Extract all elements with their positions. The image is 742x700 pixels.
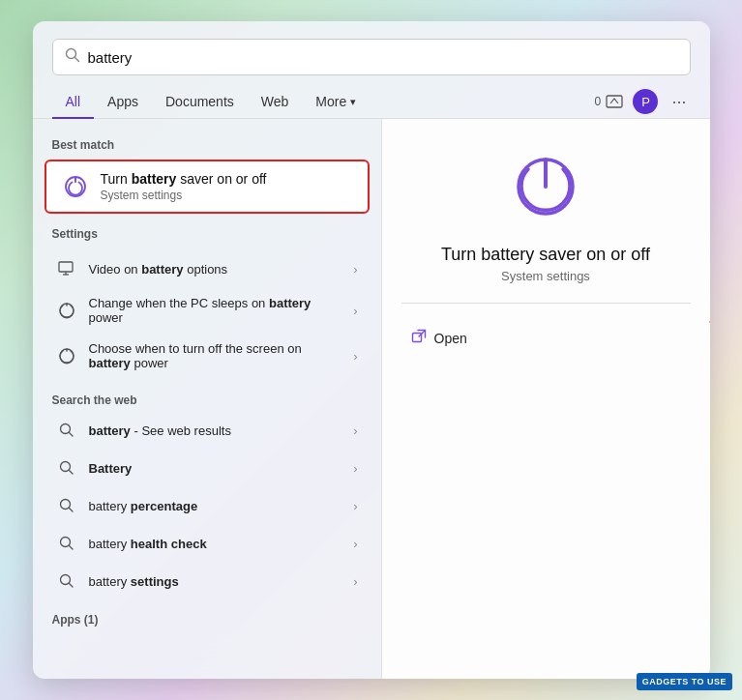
web-search-icon xyxy=(56,457,77,479)
svg-point-14 xyxy=(60,462,70,472)
tab-documents[interactable]: Documents xyxy=(152,86,248,119)
list-item[interactable]: Choose when to turn off the screen on ba… xyxy=(41,334,373,378)
best-match-text: Turn battery saver on or off System sett… xyxy=(101,171,352,202)
power-sleep-icon xyxy=(56,300,77,321)
chevron-right-icon: › xyxy=(353,574,357,589)
svg-point-12 xyxy=(60,424,70,434)
power-icon-large xyxy=(507,148,584,229)
best-match-subtitle: System settings xyxy=(101,189,352,202)
watermark: GADGETS TO USE xyxy=(637,673,732,690)
divider xyxy=(401,303,691,304)
svg-point-16 xyxy=(60,500,70,510)
chevron-right-icon: › xyxy=(353,349,357,364)
list-item[interactable]: battery settings › xyxy=(41,563,373,599)
chevron-right-icon: › xyxy=(353,499,357,513)
web-search-icon xyxy=(56,420,77,441)
best-match-title: Turn battery saver on or off xyxy=(101,171,352,187)
svg-line-19 xyxy=(69,546,73,550)
list-item-text: battery health check xyxy=(89,537,342,551)
left-panel: Best match Turn battery saver on or off xyxy=(33,119,381,679)
list-item-text: battery settings xyxy=(89,574,342,589)
tabs-row: All Apps Documents Web More ▾ 0 P ··· xyxy=(33,85,710,119)
chevron-right-icon: › xyxy=(353,304,357,318)
svg-line-13 xyxy=(69,433,73,437)
list-item[interactable]: battery - See web results › xyxy=(41,412,373,449)
list-item[interactable]: battery health check › xyxy=(41,525,373,562)
monitor-battery-icon xyxy=(56,258,77,279)
chevron-right-icon: › xyxy=(353,423,357,438)
web-search-icon xyxy=(56,495,77,516)
chevron-right-icon: › xyxy=(353,537,357,551)
tab-all[interactable]: All xyxy=(52,86,95,119)
open-external-icon xyxy=(411,329,427,347)
right-panel: Turn battery saver on or off System sett… xyxy=(381,119,710,679)
chevron-down-icon: ▾ xyxy=(350,96,356,108)
settings-items: Video on battery options › Change when t… xyxy=(33,250,381,378)
right-title: Turn battery saver on or off xyxy=(441,245,650,265)
main-content: Best match Turn battery saver on or off xyxy=(33,119,710,679)
open-button-label: Open xyxy=(434,331,467,346)
web-search-icon xyxy=(56,570,77,592)
list-item-text: battery - See web results xyxy=(89,423,342,438)
web-search-icon xyxy=(56,533,77,554)
svg-line-17 xyxy=(69,509,73,512)
list-item[interactable]: Battery › xyxy=(41,450,373,486)
search-input[interactable] xyxy=(88,49,678,66)
power-screen-icon xyxy=(56,345,77,366)
list-item-text: Choose when to turn off the screen on ba… xyxy=(89,341,342,370)
svg-line-21 xyxy=(69,584,73,588)
svg-line-1 xyxy=(74,58,78,62)
svg-rect-24 xyxy=(412,334,421,342)
list-item-text: Change when the PC sleeps on battery pow… xyxy=(89,296,342,325)
search-bar-area xyxy=(33,21,710,85)
list-item[interactable]: battery percentage › xyxy=(41,487,373,524)
user-avatar[interactable]: P xyxy=(633,89,658,114)
svg-line-15 xyxy=(69,471,73,475)
tab-more[interactable]: More ▾ xyxy=(302,86,370,119)
tab-apps[interactable]: Apps xyxy=(94,86,152,119)
search-panel: All Apps Documents Web More ▾ 0 P ··· Be… xyxy=(33,21,710,679)
settings-label: Settings xyxy=(33,221,381,245)
best-match-label: Best match xyxy=(33,132,381,156)
web-search-label: Search the web xyxy=(33,388,381,411)
right-subtitle: System settings xyxy=(501,269,590,283)
search-icon xyxy=(65,47,80,67)
chevron-right-icon: › xyxy=(353,262,357,277)
search-input-wrapper[interactable] xyxy=(52,39,691,75)
open-button[interactable]: Open xyxy=(401,323,691,353)
svg-point-18 xyxy=(60,538,70,547)
list-item-text: Video on battery options xyxy=(89,262,342,277)
annotation-arrow xyxy=(701,312,710,403)
list-item[interactable]: Video on battery options › xyxy=(41,250,373,287)
list-item-text: battery percentage xyxy=(89,499,342,513)
tabs-right: 0 P ··· xyxy=(594,89,690,114)
tab-badge: 0 xyxy=(594,95,623,109)
apps-label: Apps (1) xyxy=(33,607,381,630)
list-item[interactable]: Change when the PC sleeps on battery pow… xyxy=(41,288,373,333)
best-match-item[interactable]: Turn battery saver on or off System sett… xyxy=(45,160,370,214)
list-item-text: Battery xyxy=(89,461,342,476)
more-options-icon[interactable]: ··· xyxy=(668,92,690,112)
battery-saver-icon xyxy=(62,173,89,200)
tab-web[interactable]: Web xyxy=(248,86,303,119)
svg-rect-2 xyxy=(607,96,622,107)
chevron-right-icon: › xyxy=(353,461,357,476)
svg-point-20 xyxy=(60,575,70,585)
svg-rect-5 xyxy=(59,262,73,272)
